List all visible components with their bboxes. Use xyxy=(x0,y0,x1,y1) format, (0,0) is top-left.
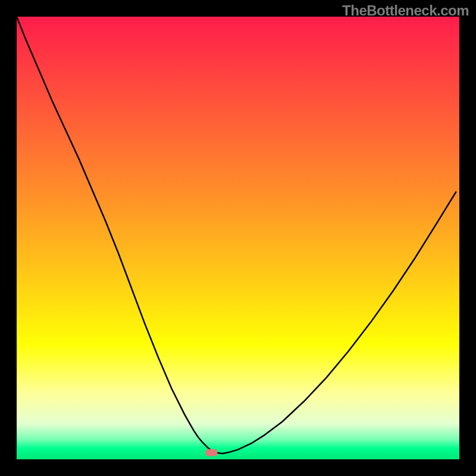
watermark-text: TheBottleneck.com xyxy=(342,2,469,19)
minimum-marker xyxy=(205,449,217,456)
plot-background xyxy=(17,17,459,459)
chart-container: TheBottleneck.com xyxy=(0,0,476,476)
plot-area xyxy=(17,17,459,459)
plot-svg xyxy=(17,17,459,459)
